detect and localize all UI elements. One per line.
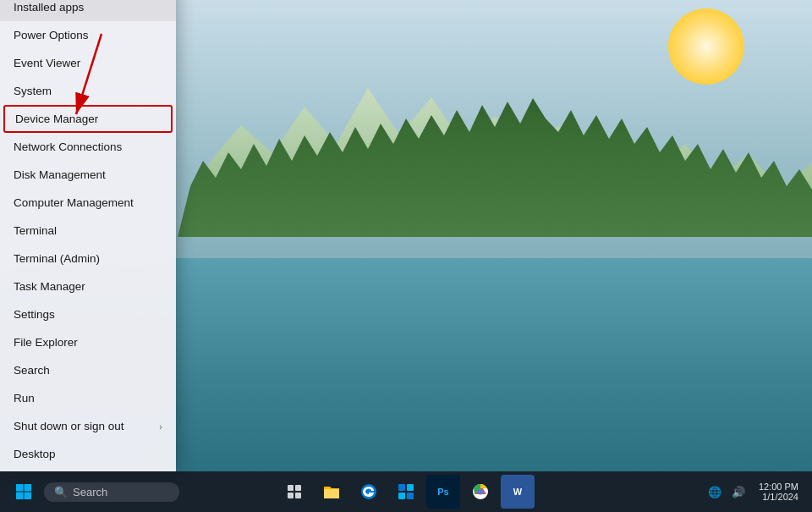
menu-item-label-run: Run — [14, 392, 35, 405]
menu-item-label-disk-management: Disk Management — [14, 168, 106, 181]
taskbar-center: Ps W — [277, 475, 535, 509]
volume-icon[interactable]: 🔊 — [728, 482, 749, 502]
windows-logo-icon — [15, 483, 32, 500]
svg-rect-4 — [16, 493, 24, 500]
svg-rect-3 — [25, 484, 32, 492]
water-lake — [169, 258, 812, 478]
clock[interactable]: 12:00 PM 1/1/2024 — [752, 478, 805, 505]
menu-item-label-event-viewer: Event Viewer — [14, 57, 80, 69]
svg-rect-8 — [288, 493, 294, 498]
taskbar-store[interactable] — [389, 475, 423, 509]
menu-item-label-network-connections: Network Connections — [14, 140, 122, 153]
svg-rect-13 — [398, 493, 405, 499]
menu-item-label-shut-down: Shut down or sign out — [14, 420, 124, 432]
time: 12:00 PM — [759, 482, 798, 492]
taskbar-photoshop[interactable]: Ps — [426, 475, 460, 509]
menu-item-event-viewer[interactable]: Event Viewer — [0, 49, 176, 77]
svg-rect-12 — [407, 484, 414, 491]
menu-item-label-file-explorer: File Explorer — [14, 336, 78, 349]
svg-rect-6 — [288, 485, 294, 491]
menu-item-search[interactable]: Search — [0, 356, 176, 384]
menu-item-shut-down[interactable]: Shut down or sign out› — [0, 412, 176, 440]
menu-item-disk-management[interactable]: Disk Management — [0, 161, 176, 189]
network-icon[interactable]: 🌐 — [705, 482, 725, 502]
sun — [668, 8, 744, 85]
start-button[interactable] — [7, 475, 41, 509]
svg-rect-9 — [295, 493, 301, 498]
menu-item-run[interactable]: Run — [0, 384, 176, 412]
menu-item-label-power-options: Power Options — [14, 29, 89, 41]
menu-item-label-search: Search — [14, 364, 50, 377]
search-icon: 🔍 — [54, 486, 68, 498]
menu-item-label-terminal-admin: Terminal (Admin) — [14, 252, 100, 265]
menu-item-label-settings: Settings — [14, 308, 55, 321]
taskbar-word[interactable]: W — [501, 475, 535, 509]
menu-item-file-explorer[interactable]: File Explorer — [0, 328, 176, 356]
context-menu: Installed appsPower OptionsEvent ViewerS… — [0, 0, 176, 471]
menu-item-label-terminal: Terminal — [14, 224, 57, 237]
taskbar-search-label: Search — [73, 486, 107, 498]
menu-item-task-manager[interactable]: Task Manager — [0, 273, 176, 300]
menu-item-terminal-admin[interactable]: Terminal (Admin) — [0, 245, 176, 273]
menu-item-label-desktop: Desktop — [14, 448, 56, 460]
date: 1/1/2024 — [759, 492, 798, 502]
taskbar-chrome[interactable] — [464, 475, 497, 509]
taskbar-file-explorer[interactable] — [315, 475, 348, 509]
menu-item-power-options[interactable]: Power Options — [0, 21, 176, 49]
menu-item-terminal[interactable]: Terminal — [0, 217, 176, 245]
svg-rect-14 — [407, 493, 414, 499]
menu-item-network-connections[interactable]: Network Connections — [0, 133, 176, 161]
svg-point-17 — [478, 489, 483, 494]
taskbar: 🔍 Search — [0, 471, 812, 512]
menu-item-system[interactable]: System — [0, 77, 176, 105]
chevron-right-icon: › — [159, 421, 162, 432]
menu-item-installed-apps[interactable]: Installed apps — [0, 0, 176, 21]
menu-item-device-manager[interactable]: Device Manager — [3, 105, 173, 133]
taskbar-task-view[interactable] — [277, 475, 311, 509]
menu-item-label-system: System — [14, 85, 52, 97]
menu-item-settings[interactable]: Settings — [0, 300, 176, 328]
svg-rect-2 — [16, 484, 24, 492]
menu-item-label-task-manager: Task Manager — [14, 280, 85, 293]
menu-item-label-computer-management: Computer Management — [14, 196, 134, 209]
taskbar-system-tray: 🌐 🔊 12:00 PM 1/1/2024 — [705, 478, 805, 505]
taskbar-left: 🔍 Search — [7, 475, 179, 509]
menu-item-desktop[interactable]: Desktop — [0, 440, 176, 468]
svg-rect-11 — [398, 484, 405, 491]
taskbar-edge[interactable] — [352, 475, 386, 509]
menu-item-computer-management[interactable]: Computer Management — [0, 189, 176, 217]
menu-item-label-device-manager: Device Manager — [15, 113, 98, 125]
svg-rect-7 — [295, 485, 301, 491]
svg-rect-5 — [25, 493, 32, 500]
taskbar-search[interactable]: 🔍 Search — [44, 482, 179, 502]
menu-item-label-installed-apps: Installed apps — [14, 1, 84, 14]
